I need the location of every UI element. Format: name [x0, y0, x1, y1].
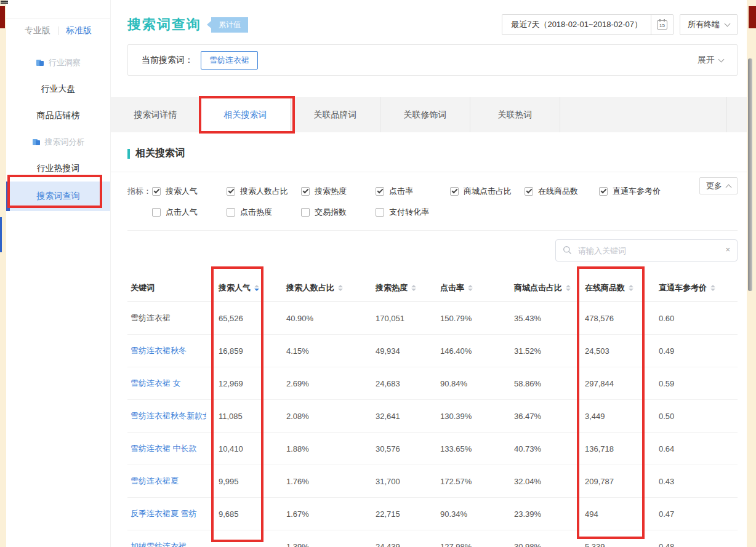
- checkbox-checked-icon[interactable]: [599, 187, 608, 196]
- metric-label: 搜索人气: [166, 186, 198, 197]
- keyword-cell[interactable]: 雪纺连衣裙夏: [127, 476, 206, 487]
- sort-icon[interactable]: [254, 285, 259, 291]
- expand-toggle[interactable]: 展开: [698, 55, 723, 66]
- column-header-ztc-reference-price: 直通车参考价: [646, 282, 738, 293]
- value-cell: 0.43: [646, 477, 738, 486]
- value-cell: 136,718: [573, 444, 646, 453]
- section-accent-bar: [127, 149, 130, 159]
- column-header-label: 搜索人气: [219, 282, 251, 293]
- sort-icon[interactable]: [338, 285, 343, 291]
- checkbox-checked-icon[interactable]: [152, 187, 161, 196]
- value-cell: 0.64: [646, 444, 738, 453]
- terminal-selector-value: 所有终端: [688, 19, 720, 30]
- background-window-marker: [0, 217, 2, 252]
- column-header-keyword: 关键词: [127, 282, 206, 293]
- tab-bar-divider: [726, 97, 727, 132]
- keyword-cell[interactable]: 雪纺连衣裙 女: [127, 378, 206, 389]
- date-range-picker[interactable]: 最近7天（2018-02-01~2018-02-07） 15: [502, 14, 674, 35]
- clear-search-icon[interactable]: ×: [725, 245, 730, 254]
- chevron-down-icon: [718, 56, 725, 62]
- checkbox-checked-icon[interactable]: [301, 187, 310, 196]
- sidebar-item-product-shop-rank[interactable]: 商品店铺榜: [6, 102, 110, 129]
- metric-checkbox-item[interactable]: 搜索人气: [152, 186, 227, 197]
- metric-checkbox-item[interactable]: 点击率: [376, 186, 450, 197]
- sort-icon[interactable]: [710, 285, 715, 291]
- column-header-search-heat: 搜索热度: [363, 282, 428, 293]
- chevron-down-icon: [725, 21, 731, 27]
- calendar-button[interactable]: 15: [651, 15, 673, 34]
- checkbox-unchecked-icon[interactable]: [376, 208, 384, 217]
- table-row: 雪纺连衣裙 女12,9692.69%24,68390.84%58.86%297,…: [127, 367, 738, 400]
- keyword-cell[interactable]: 雪纺连衣裙秋冬: [127, 345, 206, 356]
- checkbox-unchecked-icon[interactable]: [301, 208, 310, 217]
- column-header-label: 关键词: [131, 282, 155, 293]
- metric-checkbox-item[interactable]: 点击人气: [152, 207, 227, 218]
- sidebar-group-industry-insight: 行业洞察: [6, 49, 110, 76]
- sidebar-group-search-analysis: 搜索词分析: [6, 129, 110, 155]
- value-cell: 0.49: [646, 346, 738, 356]
- keyword-search-input[interactable]: [555, 239, 738, 262]
- value-cell: 0.60: [646, 314, 738, 323]
- tab-professional-version[interactable]: 专业版: [25, 25, 50, 36]
- checkbox-checked-icon[interactable]: [227, 187, 235, 196]
- column-header-label: 在线商品数: [585, 282, 625, 293]
- metric-checkbox-item[interactable]: 直通车参考价: [599, 186, 674, 197]
- keyword-cell[interactable]: 反季连衣裙夏 雪纺: [127, 508, 206, 519]
- sidebar-item-hot-search-words[interactable]: 行业热搜词: [6, 155, 110, 182]
- keyword-search-box: ×: [555, 239, 738, 262]
- tab-related-search-words[interactable]: 相关搜索词: [201, 97, 291, 132]
- calendar-icon: 15: [657, 20, 667, 30]
- sort-icon[interactable]: [566, 285, 571, 291]
- page-title: 搜索词查询: [127, 15, 201, 34]
- sort-icon[interactable]: [468, 285, 473, 291]
- checkbox-checked-icon[interactable]: [450, 187, 459, 196]
- sidebar-item-industry-overview[interactable]: 行业大盘: [6, 76, 110, 102]
- metric-checkbox-item[interactable]: 点击热度: [227, 207, 301, 218]
- value-cell: 24,683: [363, 379, 428, 388]
- keyword-search-row: ×: [127, 239, 738, 262]
- sort-icon[interactable]: [411, 285, 416, 291]
- metric-checkbox-item[interactable]: 商城点击占比: [450, 186, 525, 197]
- keyword-cell: 雪纺连衣裙: [127, 313, 206, 324]
- checkbox-checked-icon[interactable]: [376, 187, 384, 196]
- checkbox-checked-icon[interactable]: [525, 187, 533, 196]
- divider: [127, 230, 738, 231]
- more-button-label: 更多: [706, 180, 722, 191]
- metric-label: 在线商品数: [538, 186, 578, 197]
- background-scrollbar[interactable]: [748, 58, 752, 291]
- terminal-selector[interactable]: 所有终端: [680, 14, 738, 35]
- tab-search-word-detail[interactable]: 搜索词详情: [111, 97, 201, 132]
- metric-label: 支付转化率: [389, 207, 429, 218]
- column-header-ctr: 点击率: [428, 282, 502, 293]
- checkbox-unchecked-icon[interactable]: [152, 208, 161, 217]
- value-cell: 30.98%: [502, 542, 573, 547]
- metric-checkbox-item[interactable]: 搜索热度: [301, 186, 376, 197]
- main-area: 搜索词查询 累计值 最近7天（2018-02-01~2018-02-07） 15…: [111, 0, 747, 547]
- metric-checkbox-item[interactable]: 支付转化率: [376, 207, 450, 218]
- tab-standard-version[interactable]: 标准版: [66, 25, 92, 36]
- date-range-text[interactable]: 最近7天（2018-02-01~2018-02-07）: [502, 15, 651, 34]
- sidebar-item-search-word-query[interactable]: 搜索词查询: [6, 182, 110, 211]
- tab-related-modifier-words[interactable]: 关联修饰词: [380, 97, 470, 132]
- keyword-cell[interactable]: 雪纺连衣裙秋冬新款女...: [127, 410, 206, 421]
- value-cell: 90.84%: [428, 379, 502, 388]
- value-cell: 209,787: [573, 477, 646, 486]
- metric-label: 直通车参考价: [613, 186, 661, 197]
- tab-related-brand-words[interactable]: 关联品牌词: [291, 97, 380, 132]
- keyword-cell[interactable]: 雪纺连衣裙 中长款: [127, 443, 206, 454]
- metric-checkbox-item[interactable]: 交易指数: [301, 207, 376, 218]
- current-search-term-chip[interactable]: 雪纺连衣裙: [201, 51, 258, 70]
- keyword-cell[interactable]: 加绒雪纺连衣裙: [127, 541, 206, 547]
- metric-checkbox-item[interactable]: 搜索人数占比: [227, 186, 301, 197]
- table-body: 雪纺连衣裙65,52640.90%170,051150.79%35.43%478…: [127, 302, 738, 547]
- checkbox-unchecked-icon[interactable]: [227, 208, 235, 217]
- more-metrics-button[interactable]: 更多: [699, 177, 738, 194]
- tab-related-hot-words[interactable]: 关联热词: [470, 97, 560, 132]
- value-cell: 90.34%: [428, 509, 502, 519]
- sort-icon[interactable]: [629, 285, 633, 291]
- metrics-row-checked: 指标： 搜索人气搜索人数占比搜索热度点击率商城点击占比在线商品数直通车参考价: [127, 186, 738, 197]
- table-row: 雪纺连衣裙 中长款10,4101.88%30,576133.65%40.73%1…: [127, 433, 738, 465]
- page-header: 搜索词查询 累计值 最近7天（2018-02-01~2018-02-07） 15…: [127, 14, 738, 35]
- value-cell: 31,700: [363, 477, 428, 486]
- metric-checkbox-item[interactable]: 在线商品数: [525, 186, 599, 197]
